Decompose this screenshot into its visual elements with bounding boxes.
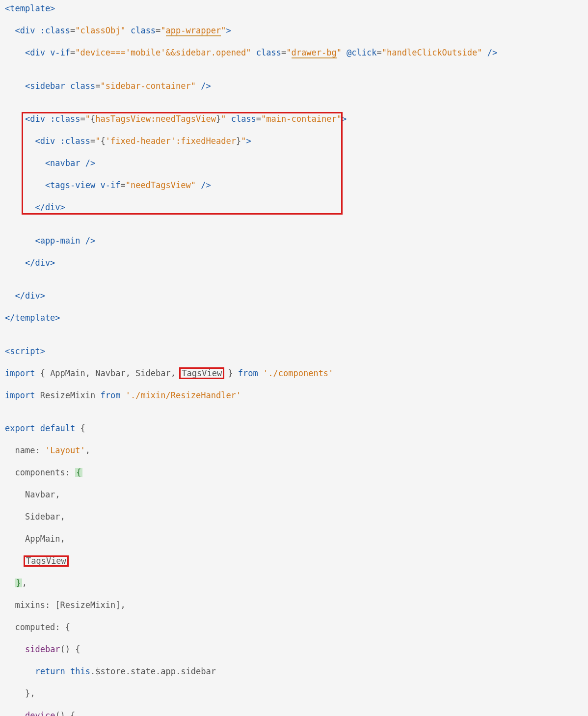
link-drawer-bg[interactable]: drawer-bg bbox=[292, 48, 337, 58]
highlight-tagsview-import: TagsView bbox=[182, 368, 222, 378]
code-text: <template> bbox=[5, 3, 55, 13]
code-block: <template> <div :class="classObj" class=… bbox=[0, 0, 588, 716]
brace-close-icon: } bbox=[15, 578, 22, 587]
brace-open-icon: { bbox=[75, 468, 82, 477]
link-app-wrapper[interactable]: app-wrapper bbox=[166, 26, 221, 36]
highlight-tagsview-component: TagsView bbox=[26, 556, 66, 566]
